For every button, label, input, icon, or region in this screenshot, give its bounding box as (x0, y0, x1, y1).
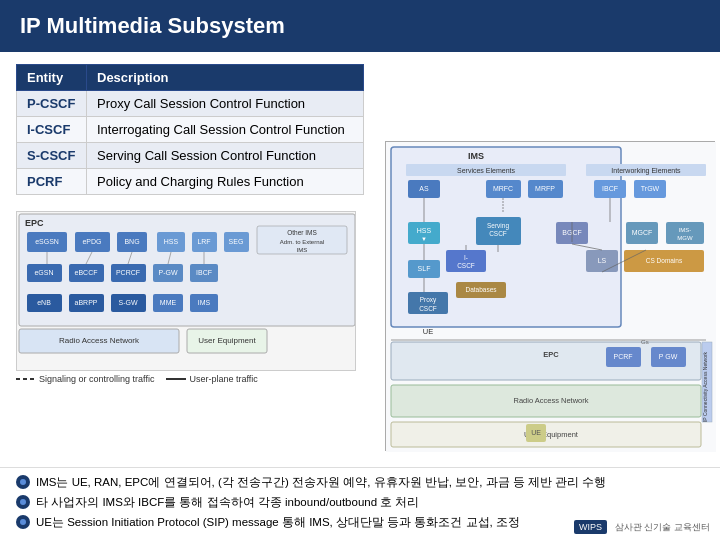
svg-text:Serving: Serving (487, 222, 509, 230)
wips-logo: WIPS (574, 520, 607, 534)
svg-text:Databases: Databases (465, 286, 497, 293)
svg-text:HSS: HSS (164, 238, 179, 245)
table-cell-description-2: Serving Call Session Control Function (87, 143, 364, 169)
table-header-entity: Entity (17, 65, 87, 91)
svg-text:I-: I- (464, 254, 468, 261)
legend-signaling: Signaling or controlling traffic (16, 374, 154, 384)
svg-text:SLF: SLF (418, 265, 431, 272)
table-cell-entity-1: I-CSCF (17, 117, 87, 143)
svg-text:CSCF: CSCF (419, 305, 437, 312)
bullet-icon-0 (16, 475, 30, 489)
bullet-inner-icon-1 (20, 499, 26, 505)
svg-text:HSS: HSS (417, 227, 432, 234)
entity-table: Entity Description P-CSCFProxy Call Sess… (16, 64, 364, 195)
svg-text:EPC: EPC (25, 218, 44, 228)
svg-text:ePDG: ePDG (82, 238, 101, 245)
bullet-inner-icon-0 (20, 479, 26, 485)
svg-text:IMS: IMS (297, 247, 308, 253)
svg-text:▼: ▼ (421, 236, 427, 242)
table-cell-entity-2: S-CSCF (17, 143, 87, 169)
svg-text:IMS-: IMS- (679, 227, 692, 233)
legend-user-label: User-plane traffic (189, 374, 257, 384)
page-title: IP Multimedia Subsystem (20, 13, 285, 39)
svg-text:SEG: SEG (229, 238, 244, 245)
legend-signaling-label: Signaling or controlling traffic (39, 374, 154, 384)
svg-text:Radio Access Network: Radio Access Network (59, 336, 140, 345)
svg-text:UE: UE (531, 429, 541, 436)
table-cell-description-0: Proxy Call Session Control Function (87, 91, 364, 117)
svg-text:IP Connectivity Access Network: IP Connectivity Access Network (702, 351, 708, 422)
svg-text:IBCF: IBCF (196, 269, 212, 276)
svg-text:S-GW: S-GW (118, 299, 137, 306)
svg-text:eBCCF: eBCCF (75, 269, 98, 276)
bullet-text-2: UE는 Session Initiation Protocol (SIP) me… (36, 514, 520, 530)
svg-text:MRFP: MRFP (535, 185, 555, 192)
svg-text:MME: MME (160, 299, 177, 306)
dashed-line-icon (16, 378, 36, 380)
svg-text:Services Elements: Services Elements (457, 167, 515, 174)
svg-text:eGSN: eGSN (34, 269, 53, 276)
svg-text:CSCF: CSCF (489, 230, 507, 237)
svg-text:Gs: Gs (641, 339, 649, 345)
svg-text:EPC: EPC (543, 350, 559, 359)
diagram-legend: Signaling or controlling traffic User-pl… (16, 374, 364, 384)
svg-text:eSGSN: eSGSN (35, 238, 59, 245)
svg-text:IBCF: IBCF (602, 185, 618, 192)
svg-text:Adm. to External: Adm. to External (280, 239, 324, 245)
svg-text:CSCF: CSCF (457, 262, 475, 269)
bullet-icon-2 (16, 515, 30, 529)
solid-line-icon (166, 378, 186, 380)
svg-text:IMS: IMS (468, 151, 484, 161)
svg-text:LRF: LRF (197, 238, 210, 245)
svg-text:BNG: BNG (124, 238, 139, 245)
svg-text:IMS: IMS (198, 299, 211, 306)
svg-text:eNB: eNB (37, 299, 51, 306)
left-diagram-svg: EPC eSGSN ePDG BNG HSS LRF SE (17, 212, 356, 371)
svg-text:PCRF: PCRF (613, 353, 632, 360)
table-cell-entity-3: PCRF (17, 169, 87, 195)
svg-text:User Equipment: User Equipment (198, 336, 256, 345)
svg-text:AS: AS (419, 185, 429, 192)
svg-text:LS: LS (598, 257, 607, 264)
bullet-item-0: IMS는 UE, RAN, EPC에 연결되어, (각 전송구간) 전송자원 예… (16, 474, 704, 490)
bullet-text-1: 타 사업자의 IMS와 IBCF를 통해 접속하여 각종 inbound/out… (36, 494, 420, 510)
svg-text:UE: UE (423, 327, 433, 336)
svg-text:Radio Access Network: Radio Access Network (513, 396, 588, 405)
svg-text:P GW: P GW (659, 353, 678, 360)
svg-text:MRFC: MRFC (493, 185, 513, 192)
bullet-item-1: 타 사업자의 IMS와 IBCF를 통해 접속하여 각종 inbound/out… (16, 494, 704, 510)
svg-text:P-GW: P-GW (158, 269, 177, 276)
footer-logos: WIPS 삼사관 신기술 교육센터 (574, 520, 710, 534)
svg-text:Proxy: Proxy (420, 296, 437, 304)
svg-text:Interworking Elements: Interworking Elements (611, 167, 681, 175)
education-center-label: 삼사관 신기술 교육센터 (615, 521, 710, 534)
svg-text:Other IMS: Other IMS (287, 229, 317, 236)
svg-text:aBRPP: aBRPP (75, 299, 98, 306)
svg-text:MGW: MGW (677, 235, 693, 241)
left-network-diagram: EPC eSGSN ePDG BNG HSS LRF SE (16, 211, 356, 371)
table-cell-description-1: Interrogating Call Session Control Funct… (87, 117, 364, 143)
ims-architecture-diagram: IMS Services Elements AS MRFC MRFP Inter… (385, 141, 715, 451)
table-cell-entity-0: P-CSCF (17, 91, 87, 117)
svg-text:MGCF: MGCF (632, 229, 653, 236)
page-header: IP Multimedia Subsystem (0, 0, 720, 52)
svg-text:CS Domains: CS Domains (646, 257, 683, 264)
ims-diagram-svg: IMS Services Elements AS MRFC MRFP Inter… (386, 142, 716, 452)
table-cell-description-3: Policy and Charging Rules Function (87, 169, 364, 195)
bullet-inner-icon-2 (20, 519, 26, 525)
bullet-text-0: IMS는 UE, RAN, EPC에 연결되어, (각 전송구간) 전송자원 예… (36, 474, 606, 490)
bullet-icon-1 (16, 495, 30, 509)
svg-text:PCRCF: PCRCF (116, 269, 140, 276)
legend-user: User-plane traffic (166, 374, 257, 384)
table-header-description: Description (87, 65, 364, 91)
svg-text:TrGW: TrGW (641, 185, 660, 192)
